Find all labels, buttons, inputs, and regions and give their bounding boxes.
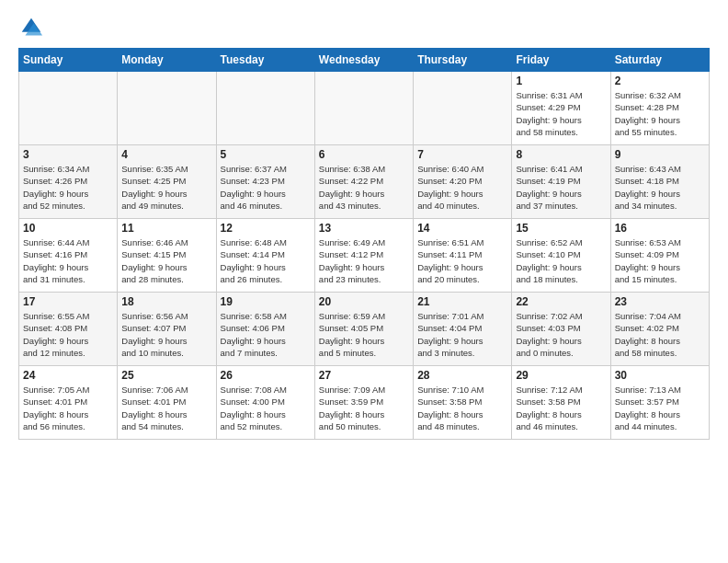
day-info: Sunrise: 7:04 AM Sunset: 4:02 PM Dayligh… — [615, 310, 705, 359]
calendar-week-3: 10Sunrise: 6:44 AM Sunset: 4:16 PM Dayli… — [19, 219, 710, 293]
day-info: Sunrise: 6:49 AM Sunset: 4:12 PM Dayligh… — [319, 236, 409, 285]
calendar-cell: 20Sunrise: 6:59 AM Sunset: 4:05 PM Dayli… — [314, 293, 413, 366]
calendar-cell: 26Sunrise: 7:08 AM Sunset: 4:00 PM Dayli… — [216, 366, 314, 440]
day-number: 13 — [319, 222, 409, 235]
calendar-week-4: 17Sunrise: 6:55 AM Sunset: 4:08 PM Dayli… — [19, 293, 710, 366]
weekday-header-tuesday: Tuesday — [216, 49, 314, 72]
day-info: Sunrise: 6:38 AM Sunset: 4:22 PM Dayligh… — [319, 163, 409, 212]
day-info: Sunrise: 7:02 AM Sunset: 4:03 PM Dayligh… — [516, 310, 606, 359]
day-number: 11 — [121, 222, 211, 235]
day-number: 28 — [417, 369, 507, 382]
day-number: 14 — [417, 222, 507, 235]
calendar-cell: 24Sunrise: 7:05 AM Sunset: 4:01 PM Dayli… — [19, 366, 118, 440]
calendar-cell: 19Sunrise: 6:58 AM Sunset: 4:06 PM Dayli… — [216, 293, 314, 366]
logo — [18, 15, 46, 40]
day-info: Sunrise: 6:52 AM Sunset: 4:10 PM Dayligh… — [516, 236, 606, 285]
day-info: Sunrise: 7:01 AM Sunset: 4:04 PM Dayligh… — [417, 310, 507, 359]
calendar-cell: 22Sunrise: 7:02 AM Sunset: 4:03 PM Dayli… — [512, 293, 610, 366]
day-number: 25 — [121, 369, 211, 382]
day-number: 4 — [121, 148, 211, 161]
calendar-cell: 7Sunrise: 6:40 AM Sunset: 4:20 PM Daylig… — [414, 145, 512, 219]
calendar-cell: 4Sunrise: 6:35 AM Sunset: 4:25 PM Daylig… — [118, 145, 216, 219]
calendar-week-1: 1Sunrise: 6:31 AM Sunset: 4:29 PM Daylig… — [19, 72, 710, 145]
calendar-cell: 30Sunrise: 7:13 AM Sunset: 3:57 PM Dayli… — [610, 366, 709, 440]
calendar-cell — [216, 72, 314, 145]
calendar-table: SundayMondayTuesdayWednesdayThursdayFrid… — [18, 48, 710, 440]
weekday-header-wednesday: Wednesday — [314, 49, 413, 72]
day-number: 20 — [319, 295, 409, 308]
day-number: 12 — [221, 222, 311, 235]
calendar-page: SundayMondayTuesdayWednesdayThursdayFrid… — [0, 0, 728, 449]
day-info: Sunrise: 7:10 AM Sunset: 3:58 PM Dayligh… — [417, 384, 507, 432]
day-number: 27 — [319, 369, 409, 382]
calendar-body: 1Sunrise: 6:31 AM Sunset: 4:29 PM Daylig… — [19, 72, 710, 440]
day-number: 23 — [615, 295, 705, 308]
calendar-cell: 28Sunrise: 7:10 AM Sunset: 3:58 PM Dayli… — [414, 366, 512, 440]
weekday-header-saturday: Saturday — [610, 49, 709, 72]
day-number: 24 — [23, 369, 113, 382]
calendar-cell — [19, 72, 118, 145]
calendar-cell: 14Sunrise: 6:51 AM Sunset: 4:11 PM Dayli… — [414, 219, 512, 293]
day-info: Sunrise: 7:08 AM Sunset: 4:00 PM Dayligh… — [221, 384, 311, 432]
day-info: Sunrise: 6:40 AM Sunset: 4:20 PM Dayligh… — [417, 163, 507, 212]
calendar-cell: 11Sunrise: 6:46 AM Sunset: 4:15 PM Dayli… — [118, 219, 216, 293]
day-info: Sunrise: 6:31 AM Sunset: 4:29 PM Dayligh… — [516, 89, 606, 138]
calendar-cell: 8Sunrise: 6:41 AM Sunset: 4:19 PM Daylig… — [512, 145, 610, 219]
day-info: Sunrise: 6:48 AM Sunset: 4:14 PM Dayligh… — [221, 236, 311, 285]
day-number: 17 — [23, 295, 113, 308]
weekday-header-friday: Friday — [512, 49, 610, 72]
calendar-cell: 17Sunrise: 6:55 AM Sunset: 4:08 PM Dayli… — [19, 293, 118, 366]
calendar-cell — [118, 72, 216, 145]
day-number: 10 — [23, 222, 113, 235]
day-info: Sunrise: 6:35 AM Sunset: 4:25 PM Dayligh… — [121, 163, 211, 212]
day-info: Sunrise: 6:43 AM Sunset: 4:18 PM Dayligh… — [615, 163, 705, 212]
day-number: 8 — [516, 148, 606, 161]
calendar-cell: 9Sunrise: 6:43 AM Sunset: 4:18 PM Daylig… — [610, 145, 709, 219]
calendar-cell: 3Sunrise: 6:34 AM Sunset: 4:26 PM Daylig… — [19, 145, 118, 219]
calendar-cell: 10Sunrise: 6:44 AM Sunset: 4:16 PM Dayli… — [19, 219, 118, 293]
day-number: 15 — [516, 222, 606, 235]
day-number: 29 — [516, 369, 606, 382]
day-number: 26 — [221, 369, 311, 382]
day-info: Sunrise: 6:32 AM Sunset: 4:28 PM Dayligh… — [615, 89, 705, 138]
page-header — [18, 15, 710, 40]
day-info: Sunrise: 6:46 AM Sunset: 4:15 PM Dayligh… — [121, 236, 211, 285]
calendar-cell: 1Sunrise: 6:31 AM Sunset: 4:29 PM Daylig… — [512, 72, 610, 145]
calendar-header: SundayMondayTuesdayWednesdayThursdayFrid… — [19, 49, 710, 72]
day-info: Sunrise: 6:56 AM Sunset: 4:07 PM Dayligh… — [121, 310, 211, 359]
day-info: Sunrise: 6:34 AM Sunset: 4:26 PM Dayligh… — [23, 163, 113, 212]
logo-icon — [18, 15, 44, 40]
calendar-cell: 23Sunrise: 7:04 AM Sunset: 4:02 PM Dayli… — [610, 293, 709, 366]
day-info: Sunrise: 6:37 AM Sunset: 4:23 PM Dayligh… — [221, 163, 311, 212]
day-number: 7 — [417, 148, 507, 161]
calendar-cell: 25Sunrise: 7:06 AM Sunset: 4:01 PM Dayli… — [118, 366, 216, 440]
day-info: Sunrise: 7:13 AM Sunset: 3:57 PM Dayligh… — [615, 384, 705, 432]
day-info: Sunrise: 6:41 AM Sunset: 4:19 PM Dayligh… — [516, 163, 606, 212]
calendar-cell — [314, 72, 413, 145]
weekday-header-sunday: Sunday — [19, 49, 118, 72]
day-number: 30 — [615, 369, 705, 382]
day-number: 1 — [516, 75, 606, 87]
calendar-cell: 16Sunrise: 6:53 AM Sunset: 4:09 PM Dayli… — [610, 219, 709, 293]
calendar-cell: 18Sunrise: 6:56 AM Sunset: 4:07 PM Dayli… — [118, 293, 216, 366]
day-info: Sunrise: 7:06 AM Sunset: 4:01 PM Dayligh… — [121, 384, 211, 432]
day-number: 19 — [221, 295, 311, 308]
day-info: Sunrise: 6:53 AM Sunset: 4:09 PM Dayligh… — [615, 236, 705, 285]
calendar-cell: 12Sunrise: 6:48 AM Sunset: 4:14 PM Dayli… — [216, 219, 314, 293]
day-info: Sunrise: 6:55 AM Sunset: 4:08 PM Dayligh… — [23, 310, 113, 359]
day-number: 6 — [319, 148, 409, 161]
day-number: 18 — [121, 295, 211, 308]
weekday-header-thursday: Thursday — [414, 49, 512, 72]
day-number: 16 — [615, 222, 705, 235]
day-info: Sunrise: 7:12 AM Sunset: 3:58 PM Dayligh… — [516, 384, 606, 432]
calendar-cell: 13Sunrise: 6:49 AM Sunset: 4:12 PM Dayli… — [314, 219, 413, 293]
day-number: 9 — [615, 148, 705, 161]
day-number: 5 — [221, 148, 311, 161]
day-number: 3 — [23, 148, 113, 161]
day-info: Sunrise: 7:05 AM Sunset: 4:01 PM Dayligh… — [23, 384, 113, 432]
calendar-cell — [414, 72, 512, 145]
calendar-cell: 2Sunrise: 6:32 AM Sunset: 4:28 PM Daylig… — [610, 72, 709, 145]
day-number: 2 — [615, 75, 705, 87]
weekday-row: SundayMondayTuesdayWednesdayThursdayFrid… — [19, 49, 710, 72]
calendar-cell: 15Sunrise: 6:52 AM Sunset: 4:10 PM Dayli… — [512, 219, 610, 293]
